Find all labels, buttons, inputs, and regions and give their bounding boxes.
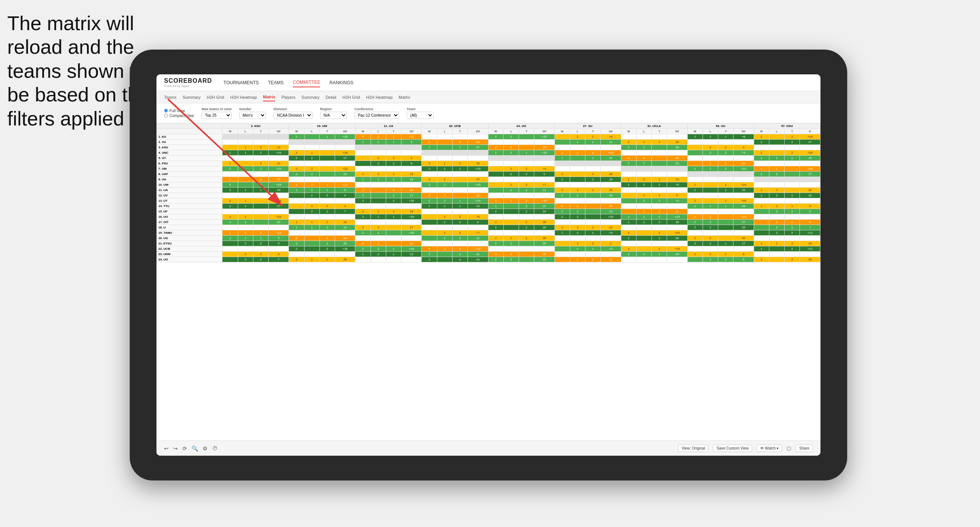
view-original-btn[interactable]: View: Original <box>678 445 709 452</box>
max-teams-select[interactable]: Top 25 <box>201 112 232 119</box>
matrix-cell <box>488 214 503 220</box>
matrix-cell: 1 <box>355 134 371 140</box>
matrix-cell: 1 <box>253 182 268 188</box>
matrix-cell <box>488 230 503 236</box>
matrix-cell: 2 <box>222 166 238 172</box>
team-label-cell: 5. UT <box>157 156 222 161</box>
matrix-cell <box>371 236 386 241</box>
matrix-cell: 2 <box>319 246 335 252</box>
matrix-container[interactable]: 3. ASU 10. UW 11. UA 22. UCB 24. UO 27. … <box>156 123 820 440</box>
matrix-cell: 2 <box>437 193 452 198</box>
matrix-cell <box>570 236 585 241</box>
matrix-cell: 2 <box>754 134 769 140</box>
table-row: 8. UAF22191121522022282227 <box>157 172 820 177</box>
table-row: 1. AU21+29121+1222+2522+8121+822+24 <box>157 134 820 140</box>
matrix-cell <box>800 236 820 241</box>
matrix-cell <box>386 230 401 236</box>
matrix-cell <box>488 177 503 182</box>
matrix-cell: 2 <box>652 230 667 236</box>
share-btn[interactable]: Share <box>796 445 813 452</box>
matrix-cell <box>800 252 820 257</box>
undo-icon[interactable]: ↩ <box>164 445 169 451</box>
gender-select[interactable]: Men's <box>239 112 266 119</box>
sub-nav-detail[interactable]: Detail <box>326 93 336 101</box>
save-custom-btn[interactable]: Save Custom View <box>713 445 752 452</box>
matrix-cell: 22 <box>269 161 289 166</box>
matrix-cell: 2 <box>422 182 437 188</box>
matrix-cell <box>785 188 800 193</box>
conference-select[interactable]: Pac-12 Conference <box>355 112 399 119</box>
matrix-cell <box>718 193 733 198</box>
matrix-cell: 2 <box>687 241 703 246</box>
matrix-cell: 5 <box>800 209 820 214</box>
matrix-cell <box>754 198 769 204</box>
compact-view-radio[interactable]: Compact View <box>164 114 194 118</box>
matrix-cell: 1 <box>253 188 268 193</box>
col-header-asu: 3. ASU <box>222 124 289 129</box>
matrix-cell <box>335 214 355 220</box>
sub-nav-matrix2[interactable]: Matrix <box>399 93 410 101</box>
matrix-cell: +15 <box>733 166 754 172</box>
sub-nav-summary2[interactable]: Summary <box>301 93 319 101</box>
matrix-cell <box>289 193 304 198</box>
matrix-cell: 27 <box>401 193 422 198</box>
matrix-cell: 13 <box>601 225 621 230</box>
sub-nav-players[interactable]: Players <box>281 93 295 101</box>
redo-icon[interactable]: ↪ <box>173 445 178 451</box>
matrix-cell <box>386 220 401 225</box>
matrix-cell <box>468 225 488 230</box>
nav-item-tournaments[interactable]: TOURNAMENTS <box>224 79 259 87</box>
matrix-cell <box>371 145 386 150</box>
sub-nav-matrix[interactable]: Matrix <box>263 93 275 101</box>
matrix-cell: 1 <box>371 177 386 182</box>
sh-d6: Dif <box>601 129 621 134</box>
sub-nav-h2h-heatmap2[interactable]: H2H Heatmap <box>366 93 393 101</box>
matrix-cell: 3 <box>800 220 820 225</box>
matrix-cell: 22 <box>601 156 621 161</box>
full-view-radio[interactable]: Full View <box>164 109 194 113</box>
sub-nav-summary[interactable]: Summary <box>182 93 200 101</box>
matrix-cell <box>733 193 754 198</box>
sh-w7: W <box>621 129 636 134</box>
gender-label: Gender <box>239 107 266 111</box>
matrix-cell <box>386 182 401 188</box>
matrix-cell: 2 <box>718 188 733 193</box>
matrix-cell: 2 <box>519 225 534 230</box>
matrix-cell: 1 <box>554 230 570 236</box>
settings-icon[interactable]: ⚙ <box>203 445 208 451</box>
matrix-cell: 1 <box>253 236 268 241</box>
matrix-cell: 2 <box>585 177 600 182</box>
matrix-cell <box>636 225 651 230</box>
nav-item-committee[interactable]: COMMITTEE <box>293 78 320 87</box>
matrix-cell <box>269 156 289 161</box>
matrix-cell <box>667 225 687 230</box>
matrix-cell: 2 <box>769 209 784 214</box>
sub-nav-h2h-grid2[interactable]: H2H Grid <box>342 93 360 101</box>
zoom-out-icon[interactable]: 🔍 <box>192 445 198 451</box>
refresh-icon[interactable]: ⟳ <box>182 445 187 451</box>
matrix-cell: 2 <box>554 204 570 209</box>
matrix-cell <box>238 209 253 214</box>
matrix-cell <box>371 204 386 209</box>
matrix-cell: 1 <box>769 166 784 172</box>
timer-icon[interactable]: ⏱ <box>212 445 218 451</box>
sub-nav-teams[interactable]: Teams <box>164 93 176 101</box>
matrix-cell: 25 <box>601 204 621 209</box>
nav-item-teams[interactable]: TEAMS <box>268 79 284 87</box>
team-select[interactable]: (All) <box>407 112 434 119</box>
matrix-cell <box>488 182 503 188</box>
sub-nav-h2h-heatmap[interactable]: H2H Heatmap <box>230 93 257 101</box>
nav-item-rankings[interactable]: RANKINGS <box>329 79 353 87</box>
division-select[interactable]: NCAA Division I <box>274 112 313 119</box>
matrix-cell: 3 <box>269 252 289 257</box>
matrix-cell: +24 <box>733 182 754 188</box>
sub-nav-h2h-grid[interactable]: H2H Grid <box>206 93 224 101</box>
region-select[interactable]: N/A <box>320 112 347 119</box>
matrix-cell <box>452 156 467 161</box>
matrix-cell <box>386 241 401 246</box>
share-icon-btn[interactable]: ⬡ <box>787 445 791 451</box>
watch-btn[interactable]: 👁 Watch ▾ <box>757 445 782 452</box>
sub-nav: Teams Summary H2H Grid H2H Heatmap Matri… <box>156 91 820 103</box>
matrix-cell <box>503 214 519 220</box>
sh-t8: T <box>718 129 733 134</box>
